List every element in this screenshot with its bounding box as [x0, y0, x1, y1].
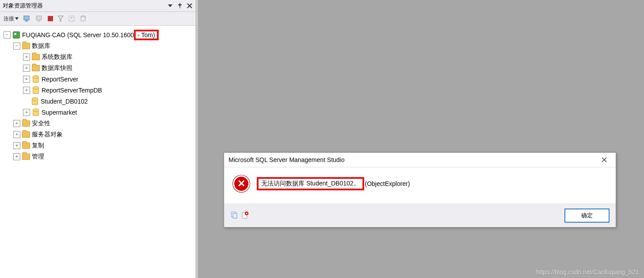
tree-node-security[interactable]: +安全性	[2, 118, 194, 129]
close-icon[interactable]	[187, 3, 193, 9]
copy-icon[interactable]	[230, 211, 238, 220]
panel-titlebar: 对象资源管理器	[0, 0, 195, 12]
database-icon	[32, 76, 40, 83]
collapse-icon[interactable]: −	[13, 42, 20, 50]
tree-node-sysdb[interactable]: +系统数据库	[2, 51, 194, 62]
folder-icon	[22, 142, 30, 149]
watermark: https://blog.csdn.net/Caofuqiang_521	[536, 268, 639, 275]
svg-rect-3	[180, 7, 180, 8]
folder-icon	[22, 131, 30, 138]
tree-node-snapshot[interactable]: +数据库快照	[2, 62, 194, 73]
dialog-titlebar: Microsoft SQL Server Management Studio	[224, 153, 616, 167]
folder-icon	[32, 54, 40, 61]
tree-databases-node[interactable]: − 数据库	[2, 40, 194, 51]
error-dialog: Microsoft SQL Server Management Studio ✕…	[224, 152, 616, 228]
tree-node-label: ReportServer	[42, 76, 78, 83]
svg-rect-2	[178, 4, 182, 5]
expand-icon[interactable]: +	[23, 54, 30, 61]
expand-icon[interactable]: +	[13, 120, 20, 127]
dialog-footer: 确定	[224, 204, 616, 227]
expand-icon[interactable]: +	[23, 109, 30, 116]
tree-node-label: ReportServerTempDB	[42, 87, 102, 94]
expand-icon[interactable]: +	[23, 65, 30, 72]
svg-rect-7	[24, 16, 29, 20]
folder-icon	[32, 65, 40, 72]
filter-icon[interactable]	[56, 13, 65, 24]
svg-rect-11	[48, 16, 53, 21]
connect-label: 连接	[4, 15, 14, 23]
collapse-icon[interactable]: −	[4, 31, 11, 39]
pin-icon[interactable]	[177, 3, 183, 9]
tree-node-supermarket[interactable]: +Supermarket	[2, 107, 194, 118]
script-icon[interactable]	[78, 13, 88, 24]
tree-node-label: 管理	[32, 153, 44, 161]
tree-node-student[interactable]: Student_DB0102	[2, 96, 194, 107]
dialog-message-highlight: 无法访问数据库 Student_DB0102。	[257, 177, 364, 190]
svg-marker-6	[15, 17, 19, 20]
database-icon	[32, 109, 40, 116]
tree-node-label: 系统数据库	[42, 53, 72, 61]
expand-icon[interactable]: +	[13, 142, 20, 149]
tree-node-serverobj[interactable]: +服务器对象	[2, 129, 194, 140]
dropdown-icon[interactable]	[167, 3, 173, 9]
server-icon	[12, 31, 20, 39]
folder-icon	[22, 120, 30, 127]
ok-button[interactable]: 确定	[564, 208, 610, 223]
refresh-icon[interactable]	[66, 13, 77, 24]
object-explorer-panel: 对象资源管理器 连接 − FUQIANG·CAO	[0, 0, 198, 278]
tree-node-label: 安全性	[32, 120, 50, 127]
folder-icon	[22, 42, 30, 50]
folder-icon	[22, 153, 30, 160]
tree-node-label: Supermarket	[42, 109, 77, 116]
tree-node-management[interactable]: +管理	[2, 151, 194, 162]
svg-rect-8	[25, 20, 28, 22]
object-tree[interactable]: − FUQIANG·CAO (SQL Server 10.50.1600 - T…	[0, 26, 195, 278]
svg-rect-9	[36, 16, 42, 20]
tree-node-label: Student_DB0102	[41, 98, 88, 105]
connect-button[interactable]: 连接	[2, 13, 20, 24]
database-icon	[31, 98, 39, 105]
svg-marker-12	[58, 16, 63, 21]
expand-icon[interactable]: +	[23, 87, 30, 94]
server-label-pre: FUQIANG·CAO (SQL Server 10.50.1600	[22, 31, 134, 39]
error-icon: ✕	[233, 175, 250, 192]
databases-label: 数据库	[32, 42, 50, 50]
dialog-message-tail: (ObjectExplorer)	[365, 180, 410, 187]
disconnect-icon[interactable]	[34, 13, 45, 24]
ok-label: 确定	[581, 212, 593, 220]
expand-placeholder	[23, 98, 29, 104]
dialog-message: 无法访问数据库 Student_DB0102。 (ObjectExplorer)	[257, 177, 410, 190]
tree-node-label: 复制	[32, 142, 44, 150]
stop-icon[interactable]	[46, 13, 55, 24]
expand-icon[interactable]: +	[13, 131, 20, 138]
dialog-title: Microsoft SQL Server Management Studio	[229, 156, 597, 163]
tree-node-label: 数据库快照	[42, 64, 72, 72]
tree-node-reportservertemp[interactable]: +ReportServerTempDB	[2, 85, 194, 96]
svg-rect-10	[38, 20, 40, 22]
expand-icon[interactable]: +	[23, 76, 30, 83]
mdi-area: Microsoft SQL Server Management Studio ✕…	[198, 0, 644, 278]
connect-server-icon[interactable]	[21, 13, 33, 24]
tree-server-node[interactable]: − FUQIANG·CAO (SQL Server 10.50.1600 - T…	[2, 29, 194, 40]
tree-node-reportserver[interactable]: +ReportServer	[2, 73, 194, 85]
tree-node-label: 服务器对象	[32, 131, 63, 139]
details-icon[interactable]	[241, 211, 249, 220]
database-icon	[32, 87, 40, 94]
svg-marker-0	[168, 4, 172, 7]
server-label-user: - Tom)	[134, 30, 158, 40]
expand-icon[interactable]: +	[13, 153, 20, 160]
panel-toolbar: 连接	[0, 12, 195, 26]
panel-title: 对象资源管理器	[3, 2, 167, 10]
svg-rect-17	[233, 213, 237, 218]
close-icon[interactable]	[597, 154, 611, 165]
tree-node-replication[interactable]: +复制	[2, 140, 194, 151]
